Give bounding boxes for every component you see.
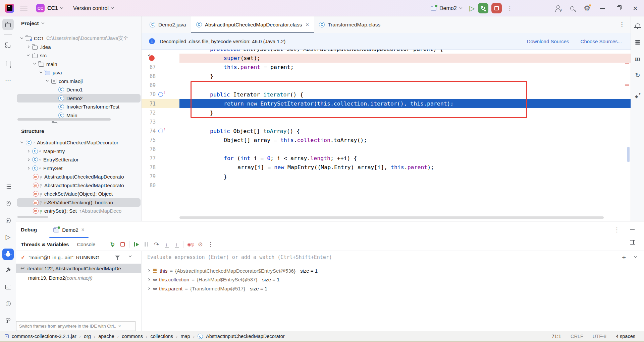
structure-hscrollbar[interactable] (17, 216, 48, 218)
chevron-down-icon[interactable] (40, 70, 42, 73)
tab-console[interactable]: Console (73, 242, 99, 247)
more-tools-button[interactable]: ⋯ (0, 74, 16, 87)
layout-settings-icon[interactable] (630, 240, 635, 245)
gutter[interactable]: 79 (142, 172, 179, 181)
add-watch-icon[interactable]: + (622, 254, 626, 261)
gutter[interactable]: 69 (142, 81, 179, 90)
structure-row[interactable]: CEntrySet (16, 164, 141, 173)
rerun-debug-button[interactable]: ↻ (478, 3, 488, 13)
gutter[interactable]: 77 (142, 154, 179, 163)
gutter[interactable]: 70 (142, 90, 179, 99)
vcs-widget[interactable]: Version control (73, 0, 113, 16)
variable-row[interactable]: oothis.parent={TransformedMap@517}size =… (142, 284, 644, 293)
gutter[interactable]: 72 (142, 108, 179, 117)
code-line-75[interactable]: 75Object[] array = this.collection.toArr… (142, 136, 631, 145)
chevron-down-icon[interactable] (46, 79, 49, 81)
variable-row[interactable]: this={AbstractInputCheckedMapDecorator$E… (142, 266, 644, 275)
gutter[interactable]: 67 (142, 63, 179, 72)
minimize-button[interactable] (594, 0, 610, 16)
editor-tabs-more-icon[interactable]: ⋮ (619, 20, 625, 28)
tree-row-demo2[interactable]: CDemo2 (16, 94, 141, 103)
debug-session-tab[interactable]: Demo2 × (51, 221, 87, 238)
structure-row[interactable]: mentrySet(): Set↑AbstractMapDeco (16, 207, 141, 215)
bookmarks-tool-button[interactable] (0, 57, 16, 70)
mute-breakpoints-icon[interactable]: ⊘ (195, 240, 205, 249)
code-line-80[interactable]: 80 (142, 181, 631, 190)
overrides-method-icon[interactable] (158, 129, 163, 133)
maven-tool-button[interactable]: m (631, 52, 644, 65)
code-line-70[interactable]: 70public Iterator iterator() { (142, 90, 631, 99)
structure-row[interactable]: mcheckSetValue(Object): Object (16, 190, 141, 198)
gutter[interactable]: 74 (142, 127, 179, 136)
structure-row[interactable]: CEntrySetIterator (16, 155, 141, 164)
chevron-down-icon[interactable] (459, 6, 462, 8)
git-tool-button[interactable] (0, 314, 16, 328)
gutter[interactable]: 78 (142, 163, 179, 172)
stack-frame-row[interactable]: main:19, Demo2 (com.miaoji) (16, 273, 141, 282)
code-line-72[interactable]: 72} (142, 108, 631, 117)
code-line-68[interactable]: 68} (142, 72, 631, 81)
chevron-right-icon[interactable] (27, 158, 30, 161)
structure-tool-button[interactable] (0, 39, 16, 52)
tree-row-invokertransformertest[interactable]: CInvokerTransformerTest (16, 102, 141, 111)
gutter[interactable]: 76 (142, 145, 179, 154)
settings-button[interactable]: ⚙ (580, 0, 594, 16)
main-menu-button[interactable] (20, 5, 28, 11)
notifications-bell-button[interactable] (631, 19, 644, 32)
step-over-icon[interactable]: ↷ (151, 240, 161, 249)
build-tool-button[interactable] (0, 264, 16, 277)
chevron-down-icon[interactable] (27, 53, 30, 56)
stop-icon[interactable] (117, 240, 127, 249)
chevron-right-icon[interactable] (27, 150, 30, 152)
download-sources-link[interactable]: Download Sources (527, 39, 569, 44)
close-icon[interactable]: × (82, 227, 85, 233)
code-line-74[interactable]: 74public Object[] toArray() { (142, 127, 631, 136)
close-button[interactable]: × (627, 0, 644, 16)
gutter[interactable]: 71 (142, 99, 179, 108)
stop-button[interactable] (491, 3, 502, 13)
debug-toolbar-more-icon[interactable]: ⋮ (205, 240, 215, 249)
filter-icon[interactable] (115, 256, 120, 258)
breakpoint-icon[interactable] (149, 55, 155, 61)
run-tool-button[interactable]: ▷ (0, 230, 16, 244)
structure-row[interactable]: misSetValueChecking(): boolean (16, 198, 141, 207)
hide-panel-icon[interactable] (630, 229, 635, 230)
editor-tab[interactable]: CAbstractInputCheckedMapDecorator.class× (191, 16, 314, 33)
gutter[interactable]: 75 (142, 136, 179, 145)
gutter[interactable] (142, 50, 179, 54)
project-avatar[interactable]: CC (36, 4, 45, 12)
structure-panel-header[interactable]: Structure (16, 124, 141, 138)
code-line-69[interactable]: 69 (142, 81, 631, 90)
code-line-77[interactable]: 77for (int i = 0; i < array.length; ++i)… (142, 154, 631, 163)
choose-sources-link[interactable]: Choose Sources... (581, 39, 622, 44)
tree-row-com-miaoji[interactable]: com.miaoji (16, 77, 141, 86)
chevron-down-icon[interactable] (33, 62, 36, 64)
variable-row[interactable]: oothis.collection={HashMap$EntrySet@537}… (142, 275, 644, 284)
code-line-71[interactable]: 71return new EntrySetIterator(this.colle… (142, 99, 631, 108)
todo-tool-button[interactable] (0, 180, 16, 193)
breadcrumb-item[interactable]: apache (98, 334, 114, 339)
breadcrumb-item[interactable]: AbstractInputCheckedMapDecorator (206, 334, 285, 339)
add-user-button[interactable]: + (550, 0, 565, 16)
project-panel-header[interactable]: Project (16, 16, 141, 30)
profiler-tool-button[interactable] (0, 197, 16, 210)
tree-row-demo1[interactable]: CDemo1 (16, 85, 141, 94)
breadcrumb-item[interactable]: commons (122, 334, 143, 339)
chevron-down-icon[interactable] (20, 36, 23, 39)
code-editor[interactable]: protected EntrySet(Set set, AbstractInpu… (142, 50, 631, 221)
search-button[interactable] (565, 0, 580, 16)
code-line-79[interactable]: 79} (142, 172, 631, 181)
resume-icon[interactable] (131, 240, 141, 249)
evaluate-expression-input[interactable]: Evaluate expression (Enter) or add a wat… (142, 251, 644, 264)
services-tool-button[interactable]: ▶ (0, 214, 16, 227)
editor-tab[interactable]: CTransformedMap.class (314, 16, 385, 33)
structure-row[interactable]: CAbstractInputCheckedMapDecorator (16, 138, 141, 147)
close-icon[interactable]: × (118, 324, 121, 329)
more-actions-icon[interactable]: ⋮ (507, 5, 513, 12)
code-line-65[interactable]: protected EntrySet(Set set, AbstractInpu… (142, 50, 631, 54)
structure-row[interactable]: mAbstractInputCheckedMapDecorato (16, 181, 141, 190)
project-tool-button[interactable] (0, 18, 16, 31)
tree-row-cc1[interactable]: CC1C:\Users\miaoj\Documents\Java安全 (16, 34, 141, 43)
breadcrumb-item[interactable]: commons-collections-3.2.1.jar (12, 334, 76, 339)
stack-frame-row[interactable]: ↩iterator:122, AbstractInputCheckedMapDe (16, 264, 141, 273)
